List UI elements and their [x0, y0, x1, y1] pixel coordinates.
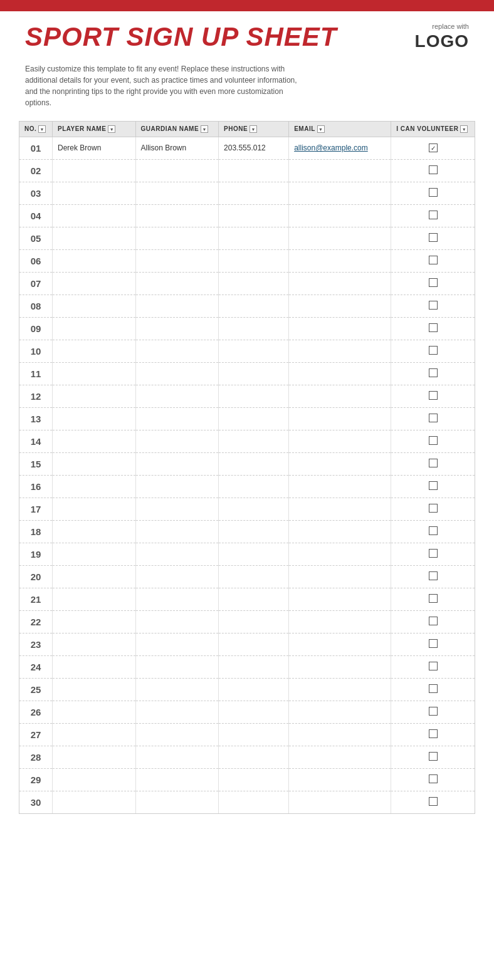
- cell-phone[interactable]: [219, 768, 289, 791]
- cell-player-name[interactable]: [53, 317, 136, 340]
- cell-email[interactable]: [289, 385, 391, 407]
- checkbox-checked-icon[interactable]: ✓: [429, 143, 438, 152]
- cell-player-name[interactable]: [53, 430, 136, 452]
- checkbox-empty-icon[interactable]: [429, 662, 438, 670]
- cell-volunteer-checkbox[interactable]: [391, 317, 475, 340]
- cell-guardian-name[interactable]: [135, 159, 219, 182]
- cell-volunteer-checkbox[interactable]: [391, 610, 475, 633]
- cell-player-name[interactable]: [53, 272, 136, 295]
- cell-volunteer-checkbox[interactable]: [391, 204, 475, 227]
- cell-player-name[interactable]: [53, 678, 136, 701]
- cell-player-name[interactable]: [53, 452, 136, 475]
- cell-email[interactable]: [289, 204, 391, 227]
- cell-phone[interactable]: [219, 452, 289, 475]
- cell-guardian-name[interactable]: [135, 610, 219, 633]
- cell-email[interactable]: [289, 565, 391, 588]
- cell-guardian-name[interactable]: [135, 430, 219, 452]
- cell-phone[interactable]: [219, 701, 289, 723]
- email-link[interactable]: allison@example.com: [294, 143, 368, 152]
- cell-player-name[interactable]: [53, 498, 136, 520]
- cell-player-name[interactable]: [53, 768, 136, 791]
- checkbox-empty-icon[interactable]: [429, 278, 438, 287]
- cell-phone[interactable]: [219, 317, 289, 340]
- cell-player-name[interactable]: [53, 295, 136, 317]
- cell-player-name[interactable]: [53, 655, 136, 678]
- cell-guardian-name[interactable]: [135, 723, 219, 746]
- cell-guardian-name[interactable]: [135, 678, 219, 701]
- checkbox-empty-icon[interactable]: [429, 211, 438, 219]
- cell-volunteer-checkbox[interactable]: [391, 295, 475, 317]
- cell-volunteer-checkbox[interactable]: [391, 678, 475, 701]
- cell-email[interactable]: [289, 655, 391, 678]
- cell-phone[interactable]: [219, 543, 289, 565]
- cell-player-name[interactable]: [53, 520, 136, 543]
- cell-guardian-name[interactable]: [135, 452, 219, 475]
- cell-volunteer-checkbox[interactable]: [391, 227, 475, 249]
- cell-guardian-name[interactable]: [135, 362, 219, 385]
- cell-phone[interactable]: [219, 182, 289, 204]
- cell-phone[interactable]: [219, 295, 289, 317]
- cell-phone[interactable]: 203.555.012: [219, 137, 289, 159]
- cell-guardian-name[interactable]: [135, 295, 219, 317]
- cell-player-name[interactable]: [53, 159, 136, 182]
- cell-player-name[interactable]: [53, 610, 136, 633]
- cell-player-name[interactable]: [53, 723, 136, 746]
- cell-email[interactable]: [289, 498, 391, 520]
- player-name-dropdown-icon[interactable]: ▼: [108, 125, 115, 133]
- checkbox-empty-icon[interactable]: [429, 594, 438, 603]
- cell-guardian-name[interactable]: [135, 475, 219, 498]
- cell-guardian-name[interactable]: [135, 498, 219, 520]
- cell-email[interactable]: [289, 430, 391, 452]
- cell-guardian-name[interactable]: [135, 227, 219, 249]
- checkbox-empty-icon[interactable]: [429, 233, 438, 242]
- col-header-volunteer[interactable]: I CAN VOLUNTEER ▼: [391, 121, 475, 137]
- cell-phone[interactable]: [219, 791, 289, 813]
- checkbox-empty-icon[interactable]: [429, 414, 438, 422]
- cell-email[interactable]: [289, 610, 391, 633]
- cell-email[interactable]: [289, 543, 391, 565]
- cell-volunteer-checkbox[interactable]: [391, 565, 475, 588]
- cell-email[interactable]: allison@example.com: [289, 137, 391, 159]
- cell-volunteer-checkbox[interactable]: [391, 407, 475, 430]
- cell-volunteer-checkbox[interactable]: ✓: [391, 137, 475, 159]
- cell-volunteer-checkbox[interactable]: [391, 520, 475, 543]
- cell-guardian-name[interactable]: [135, 407, 219, 430]
- cell-player-name[interactable]: [53, 588, 136, 610]
- cell-email[interactable]: [289, 633, 391, 655]
- cell-guardian-name[interactable]: [135, 340, 219, 362]
- checkbox-empty-icon[interactable]: [429, 391, 438, 400]
- cell-guardian-name[interactable]: [135, 633, 219, 655]
- cell-email[interactable]: [289, 182, 391, 204]
- cell-email[interactable]: [289, 588, 391, 610]
- cell-volunteer-checkbox[interactable]: [391, 746, 475, 768]
- cell-volunteer-checkbox[interactable]: [391, 385, 475, 407]
- checkbox-empty-icon[interactable]: [429, 436, 438, 445]
- cell-player-name[interactable]: [53, 407, 136, 430]
- cell-guardian-name[interactable]: [135, 768, 219, 791]
- cell-player-name[interactable]: [53, 362, 136, 385]
- cell-volunteer-checkbox[interactable]: [391, 452, 475, 475]
- cell-guardian-name[interactable]: [135, 746, 219, 768]
- cell-phone[interactable]: [219, 655, 289, 678]
- cell-phone[interactable]: [219, 249, 289, 272]
- col-header-phone[interactable]: PHONE ▼: [219, 121, 289, 137]
- cell-phone[interactable]: [219, 633, 289, 655]
- cell-email[interactable]: [289, 272, 391, 295]
- cell-volunteer-checkbox[interactable]: [391, 498, 475, 520]
- cell-volunteer-checkbox[interactable]: [391, 723, 475, 746]
- cell-volunteer-checkbox[interactable]: [391, 249, 475, 272]
- cell-email[interactable]: [289, 475, 391, 498]
- checkbox-empty-icon[interactable]: [429, 729, 438, 738]
- checkbox-empty-icon[interactable]: [429, 752, 438, 761]
- cell-phone[interactable]: [219, 498, 289, 520]
- cell-guardian-name[interactable]: [135, 791, 219, 813]
- cell-email[interactable]: [289, 452, 391, 475]
- cell-phone[interactable]: [219, 362, 289, 385]
- cell-guardian-name[interactable]: [135, 182, 219, 204]
- cell-volunteer-checkbox[interactable]: [391, 701, 475, 723]
- checkbox-empty-icon[interactable]: [429, 797, 438, 806]
- email-dropdown-icon[interactable]: ▼: [317, 125, 325, 133]
- cell-guardian-name[interactable]: Allison Brown: [135, 137, 219, 159]
- cell-email[interactable]: [289, 746, 391, 768]
- cell-phone[interactable]: [219, 204, 289, 227]
